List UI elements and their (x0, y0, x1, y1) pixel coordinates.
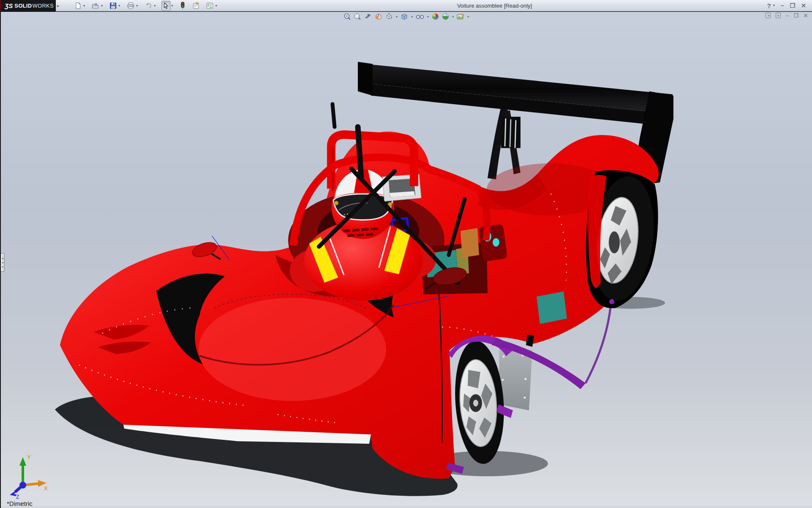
headsup-view-toolbar: ▾ ▾ ▾ (343, 12, 470, 21)
display-style-caret[interactable]: ▾ (411, 15, 413, 19)
traffic-light-icon (180, 2, 186, 9)
y-axis-arrow (19, 457, 26, 466)
display-style-button[interactable] (400, 13, 409, 20)
hide-show-items-button[interactable] (415, 13, 425, 20)
open-folder-icon (92, 2, 99, 9)
splitter-arrow-icon: ◂ (2, 265, 3, 268)
previous-view-icon (364, 13, 372, 20)
document-window-controls: ◂ ▸ – ❐ ✕ (765, 13, 808, 18)
view-orientation-button[interactable] (384, 13, 394, 20)
options-button[interactable] (205, 1, 214, 11)
reference-triad: Y X Z (8, 452, 49, 499)
undo-dropdown-caret[interactable]: ▾ (154, 4, 156, 8)
previous-document-button[interactable]: ◂ (765, 13, 771, 18)
select-cursor-icon (162, 2, 170, 9)
doc-close-button[interactable]: ✕ (804, 13, 808, 18)
cockpit-orange-panel[interactable] (461, 228, 479, 258)
minimize-button[interactable]: – (781, 3, 784, 8)
panel-splitter-tab[interactable]: ◂ ◂ ◂ (1, 253, 5, 272)
hide-show-items-caret[interactable]: ▾ (427, 15, 429, 19)
select-dropdown-caret[interactable]: ▾ (171, 4, 173, 8)
save-floppy-icon (110, 2, 117, 9)
magnifier-icon (343, 13, 351, 20)
apply-scene-button[interactable] (441, 13, 450, 20)
nose-highlight (199, 298, 387, 401)
options-dropdown-caret[interactable]: ▾ (215, 4, 217, 8)
open-button[interactable] (91, 1, 100, 11)
view-settings-caret[interactable]: ▾ (467, 15, 469, 19)
z-axis-label: Z (16, 494, 19, 499)
color-ball-icon (431, 13, 439, 20)
edit-appearance-button[interactable] (431, 13, 440, 20)
section-view-icon (374, 13, 383, 20)
new-document-icon (74, 2, 82, 9)
file-properties-button[interactable] (191, 1, 200, 11)
restore-button[interactable]: ❐ (790, 3, 796, 8)
window-controls: ? ▾ – ❐ ✕ (767, 3, 812, 9)
new-dropdown-caret[interactable]: ▾ (83, 4, 85, 8)
zoom-to-fit-button[interactable] (343, 13, 352, 20)
print-button[interactable] (126, 1, 135, 11)
titlebar: ƷS SOLID WORKS ▸ ▾ (0, 0, 812, 11)
splitter-arrow-icon: ◂ (2, 257, 3, 260)
options-checklist-icon (206, 2, 214, 9)
view-cube-icon (385, 13, 393, 20)
undo-button[interactable] (144, 1, 153, 11)
document-title: Voiture assomblee [Read-only] (222, 2, 767, 9)
previous-view-button[interactable] (363, 13, 373, 20)
magnifier-area-icon (354, 13, 362, 20)
sidepod-teal-window[interactable] (537, 291, 567, 324)
doc-restore-button[interactable]: ❐ (794, 13, 798, 18)
eyeglasses-icon (415, 13, 425, 20)
apply-scene-caret[interactable]: ▾ (452, 15, 454, 19)
y-axis-label: Y (27, 454, 31, 460)
scene-ball-icon (442, 13, 450, 20)
solidworks-window: ƷS SOLID WORKS ▸ ▾ (0, 0, 812, 508)
view-settings-button[interactable] (456, 13, 465, 20)
doc-minimize-button[interactable]: – (786, 13, 789, 18)
brand-glyph: ƷS (5, 2, 13, 9)
helmet-visor (333, 194, 392, 220)
view-settings-icon (456, 13, 465, 20)
close-button[interactable]: ✕ (801, 3, 806, 8)
brand-name-light: WORKS (32, 3, 54, 9)
graphics-viewport[interactable]: ▾ ▾ ▾ (0, 11, 812, 508)
help-dropdown-caret[interactable]: ▾ (773, 4, 775, 7)
print-dropdown-caret[interactable]: ▾ (136, 4, 138, 8)
undo-arrow-icon (145, 2, 152, 9)
dash-indicator-cyan (493, 238, 499, 247)
x-axis-label: X (44, 485, 48, 491)
note-hand-icon (192, 2, 200, 9)
rebuild-button[interactable] (179, 1, 187, 11)
brand-name-bold: SOLID (14, 3, 32, 9)
printer-icon (127, 2, 134, 9)
help-button[interactable]: ? (767, 3, 771, 9)
select-tool-button[interactable] (162, 1, 170, 11)
next-document-button[interactable]: ▸ (776, 13, 781, 18)
menu-overflow-arrow[interactable]: ▸ (57, 3, 59, 8)
main-toolbar: ▾ ▾ (74, 1, 222, 11)
shaded-cube-icon (400, 13, 409, 20)
view-orientation-caret[interactable]: ▾ (396, 15, 398, 19)
save-dropdown-caret[interactable]: ▾ (118, 4, 120, 8)
solidworks-logo: ƷS SOLID WORKS (0, 0, 56, 11)
front-wheel[interactable] (585, 170, 661, 308)
open-dropdown-caret[interactable]: ▾ (101, 4, 103, 8)
status-strip (1, 506, 812, 508)
splitter-arrow-icon: ◂ (2, 261, 3, 264)
new-document-button[interactable] (74, 1, 82, 11)
section-view-button[interactable] (374, 13, 383, 20)
zoom-to-area-button[interactable] (353, 13, 362, 20)
save-button[interactable] (109, 1, 118, 11)
triad-origin (19, 482, 26, 489)
viewport-3d-model[interactable] (1, 12, 812, 508)
